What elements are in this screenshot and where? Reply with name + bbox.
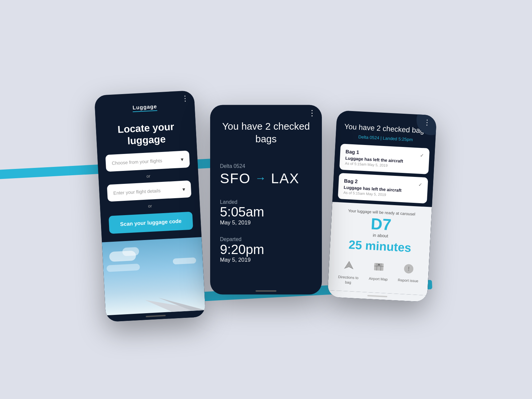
landed-label: Landed xyxy=(220,199,312,204)
phone1-content: Luggage Locate your luggage Choose from … xyxy=(95,102,205,316)
route-arrow-icon: → xyxy=(255,172,267,185)
departed-date: May 5, 2019 xyxy=(220,257,312,263)
phone1-top-section: Luggage Locate your luggage Choose from … xyxy=(95,102,201,242)
phone-3: ⋮ You have 2 checked bags Delta 0524 | L… xyxy=(327,110,437,302)
directions-icon xyxy=(341,258,356,273)
directions-action[interactable]: Directions to bag xyxy=(336,258,361,285)
phone2-home-indicator xyxy=(256,290,277,291)
app-name-label: Luggage xyxy=(132,103,157,112)
phone2-status-bar: ⋮ xyxy=(210,105,322,117)
phone2-bottom-bar xyxy=(210,287,322,294)
bag2-card[interactable]: ✓ Bag 2 Luggage has left the aircraft As… xyxy=(338,173,428,203)
or-separator-2: or xyxy=(108,201,192,210)
departed-time: 9:20pm xyxy=(220,243,312,256)
plane-wing-svg xyxy=(144,277,205,313)
cloud-4 xyxy=(173,257,196,265)
report-label: Report issue xyxy=(398,278,418,284)
landed-time: 5:05am xyxy=(220,205,312,218)
choose-flights-label: Choose from your flights xyxy=(112,158,162,166)
destination-code: LAX xyxy=(271,170,300,186)
flight-details-dropdown[interactable]: Enter your flight details ▾ xyxy=(107,180,192,201)
phone1-home-indicator xyxy=(146,315,166,317)
scan-luggage-button[interactable]: Scan your luggage code xyxy=(108,211,193,234)
bag1-chevron-icon: ✓ xyxy=(420,152,424,158)
airport-map-label: Airport Map xyxy=(369,276,388,282)
bag2-chevron-icon: ✓ xyxy=(418,182,423,187)
phone-2: ⋮ You have 2 checked bags Delta 0524 SFO… xyxy=(210,105,322,294)
minutes-text: 25 minutes xyxy=(336,237,424,256)
airplane-image xyxy=(102,237,205,315)
origin-code: SFO xyxy=(220,170,251,186)
phone2-content: You have 2 checked bags Delta 0524 SFO →… xyxy=(210,117,322,287)
dropdown2-arrow-icon: ▾ xyxy=(182,186,185,192)
choose-flights-dropdown[interactable]: Choose from your flights ▾ xyxy=(105,151,190,172)
or-separator-1: or xyxy=(106,172,190,181)
flight-carrier-label: Delta 0524 xyxy=(220,163,312,169)
departed-label: Departed xyxy=(220,236,312,242)
flight-details-label: Enter your flight details xyxy=(113,188,161,196)
phone3-content: You have 2 checked bags Delta 0524 | Lan… xyxy=(328,121,436,295)
report-issue-action[interactable]: ! Report issue xyxy=(396,261,421,288)
phone2-menu-dots[interactable]: ⋮ xyxy=(308,109,316,117)
actions-row: Directions to bag xyxy=(335,258,423,288)
landed-date: May 5, 2019 xyxy=(220,219,312,225)
dropdown1-arrow-icon: ▾ xyxy=(181,156,184,163)
report-icon: ! xyxy=(401,261,416,277)
phones-container: ⋮ Luggage Locate your luggage Choose fro… xyxy=(100,86,432,313)
svg-marker-1 xyxy=(345,262,353,269)
directions-label: Directions to bag xyxy=(336,275,360,285)
cloud-3 xyxy=(106,264,140,272)
phone3-bottom-section: Your luggage will be ready at carousel D… xyxy=(328,202,432,296)
phone-1: ⋮ Luggage Locate your luggage Choose fro… xyxy=(94,90,205,322)
phone1-menu-dots[interactable]: ⋮ xyxy=(181,94,189,102)
airport-map-action[interactable]: Airport Map xyxy=(366,259,391,287)
map-icon xyxy=(371,260,386,275)
bag1-card[interactable]: ✓ Bag 1 Luggage has left the aircraft As… xyxy=(339,144,430,174)
flight-route: SFO → LAX xyxy=(220,170,312,186)
phone3-home-indicator xyxy=(367,295,387,297)
phone3-menu-dots[interactable]: ⋮ xyxy=(423,119,431,126)
phone2-title: You have 2 checked bags xyxy=(220,120,312,145)
locate-title: Locate your luggage xyxy=(104,120,189,148)
cloud-2 xyxy=(122,247,139,256)
departed-section: Departed 9:20pm May 5, 2019 xyxy=(220,236,312,263)
svg-text:!: ! xyxy=(408,266,410,272)
landed-section: Landed 5:05am May 5, 2019 xyxy=(220,199,312,225)
